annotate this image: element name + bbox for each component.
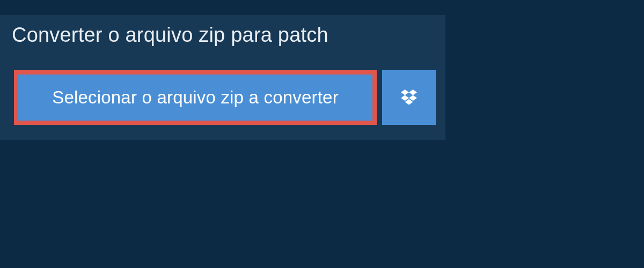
title-bar: Converter o arquivo zip para patch [0,15,381,56]
svg-marker-3 [409,95,417,101]
converter-panel: Converter o arquivo zip para patch Selec… [0,15,445,140]
svg-marker-2 [401,95,409,101]
page-title: Converter o arquivo zip para patch [12,24,369,47]
dropbox-button[interactable] [382,70,436,125]
dropbox-icon [399,88,419,107]
button-row: Selecionar o arquivo zip a converter [0,56,445,140]
select-file-highlight: Selecionar o arquivo zip a converter [14,70,377,125]
svg-marker-4 [405,99,413,105]
select-file-button[interactable]: Selecionar o arquivo zip a converter [18,75,372,121]
svg-marker-1 [409,90,417,95]
svg-marker-0 [401,90,409,95]
